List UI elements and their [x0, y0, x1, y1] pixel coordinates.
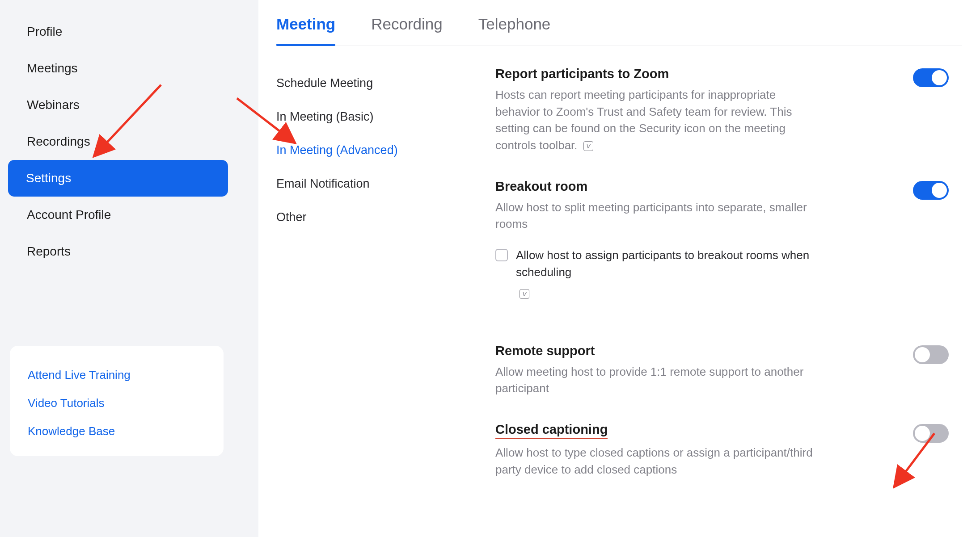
- sidebar-item-settings[interactable]: Settings: [8, 160, 228, 197]
- toggle-remote[interactable]: [913, 345, 949, 364]
- setting-remote-desc: Allow meeting host to provide 1:1 remote…: [495, 364, 817, 397]
- sidebar-item-webinars[interactable]: Webinars: [9, 87, 249, 123]
- sidebar-item-profile[interactable]: Profile: [9, 13, 249, 50]
- subnav-other[interactable]: Other: [276, 201, 495, 234]
- subnav-email-notification[interactable]: Email Notification: [276, 167, 495, 201]
- tab-recording[interactable]: Recording: [371, 8, 443, 46]
- setting-caption: Closed captioning Allow host to type clo…: [495, 422, 949, 478]
- subnav: Schedule Meeting In Meeting (Basic) In M…: [276, 67, 495, 478]
- setting-report: Report participants to Zoom Hosts can re…: [495, 67, 949, 154]
- setting-breakout: Breakout room Allow host to split meetin…: [495, 179, 949, 299]
- breakout-checkbox-row: Allow host to assign participants to bre…: [495, 247, 835, 281]
- tabs: Meeting Recording Telephone: [276, 0, 962, 46]
- settings-column: Report participants to Zoom Hosts can re…: [495, 67, 962, 478]
- tab-meeting[interactable]: Meeting: [276, 8, 335, 46]
- help-link-tutorials[interactable]: Video Tutorials: [28, 389, 206, 417]
- sidebar-item-recordings[interactable]: Recordings: [9, 123, 249, 160]
- setting-remote: Remote support Allow meeting host to pro…: [495, 344, 949, 397]
- tab-telephone[interactable]: Telephone: [478, 8, 551, 46]
- toggle-caption[interactable]: [913, 424, 949, 443]
- setting-caption-desc: Allow host to type closed captions or as…: [495, 445, 817, 478]
- subnav-in-meeting-advanced[interactable]: In Meeting (Advanced): [276, 134, 495, 167]
- setting-caption-title: Closed captioning: [495, 422, 895, 439]
- help-link-knowledge[interactable]: Knowledge Base: [28, 417, 206, 445]
- content: Schedule Meeting In Meeting (Basic) In M…: [276, 46, 962, 478]
- sidebar-item-account-profile[interactable]: Account Profile: [9, 197, 249, 233]
- help-link-training[interactable]: Attend Live Training: [28, 361, 206, 389]
- help-card: Attend Live Training Video Tutorials Kno…: [10, 346, 224, 456]
- setting-report-desc: Hosts can report meeting participants fo…: [495, 87, 817, 154]
- setting-remote-title: Remote support: [495, 344, 895, 358]
- setting-breakout-title: Breakout room: [495, 179, 895, 194]
- version-badge-icon: V: [583, 141, 593, 151]
- checkbox-breakout-assign[interactable]: [495, 249, 508, 261]
- main: Meeting Recording Telephone Schedule Mee…: [258, 0, 980, 537]
- subnav-schedule-meeting[interactable]: Schedule Meeting: [276, 67, 495, 100]
- setting-report-title: Report participants to Zoom: [495, 67, 895, 81]
- sidebar-item-reports[interactable]: Reports: [9, 233, 249, 270]
- version-badge-icon: V: [520, 289, 529, 299]
- setting-breakout-desc: Allow host to split meeting participants…: [495, 199, 817, 233]
- subnav-in-meeting-basic[interactable]: In Meeting (Basic): [276, 100, 495, 134]
- checkbox-breakout-assign-label: Allow host to assign participants to bre…: [516, 247, 835, 281]
- sidebar-item-meetings[interactable]: Meetings: [9, 50, 249, 87]
- sidebar: Profile Meetings Webinars Recordings Set…: [0, 0, 258, 537]
- toggle-report[interactable]: [913, 68, 949, 87]
- toggle-breakout[interactable]: [913, 181, 949, 200]
